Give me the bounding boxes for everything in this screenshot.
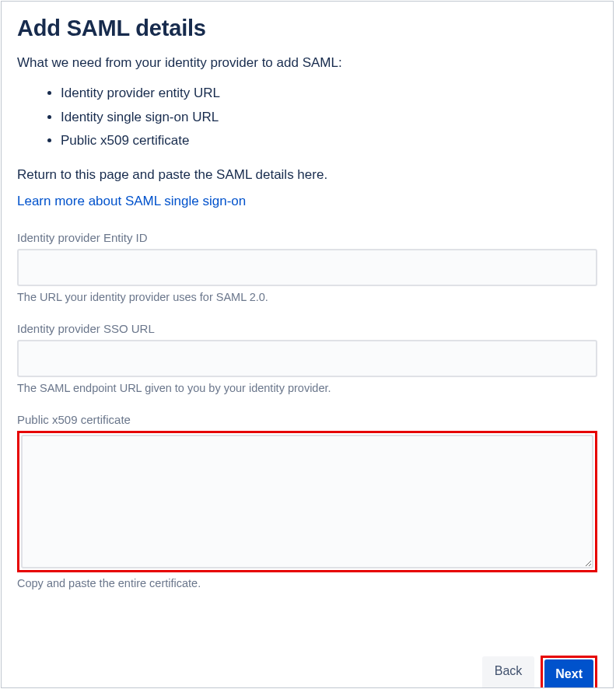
next-button[interactable]: Next <box>544 659 593 687</box>
list-item: Identity single sign-on URL <box>61 106 597 130</box>
entity-id-input[interactable] <box>17 249 597 286</box>
next-button-highlight: Next <box>541 656 597 687</box>
sso-url-help: The SAML endpoint URL given to you by yo… <box>17 382 597 394</box>
entity-id-help: The URL your identity provider uses for … <box>17 291 597 303</box>
certificate-help: Copy and paste the entire certificate. <box>17 577 597 589</box>
list-item: Identity provider entity URL <box>61 82 597 106</box>
sso-url-input[interactable] <box>17 340 597 377</box>
certificate-textarea[interactable] <box>21 435 593 568</box>
sso-url-label: Identity provider SSO URL <box>17 322 597 335</box>
intro-text: What we need from your identity provider… <box>17 55 597 71</box>
requirements-list: Identity provider entity URL Identity si… <box>17 82 597 153</box>
learn-more-link[interactable]: Learn more about SAML single sign-on <box>17 194 246 209</box>
return-instruction: Return to this page and paste the SAML d… <box>17 167 597 183</box>
list-item: Public x509 certificate <box>61 129 597 153</box>
certificate-highlight <box>17 431 597 572</box>
button-row: Back Next <box>482 656 597 687</box>
certificate-label: Public x509 certificate <box>17 413 597 426</box>
back-button[interactable]: Back <box>482 656 535 687</box>
saml-details-panel: Add SAML details What we need from your … <box>1 1 614 688</box>
entity-id-label: Identity provider Entity ID <box>17 231 597 244</box>
page-title: Add SAML details <box>17 16 597 41</box>
